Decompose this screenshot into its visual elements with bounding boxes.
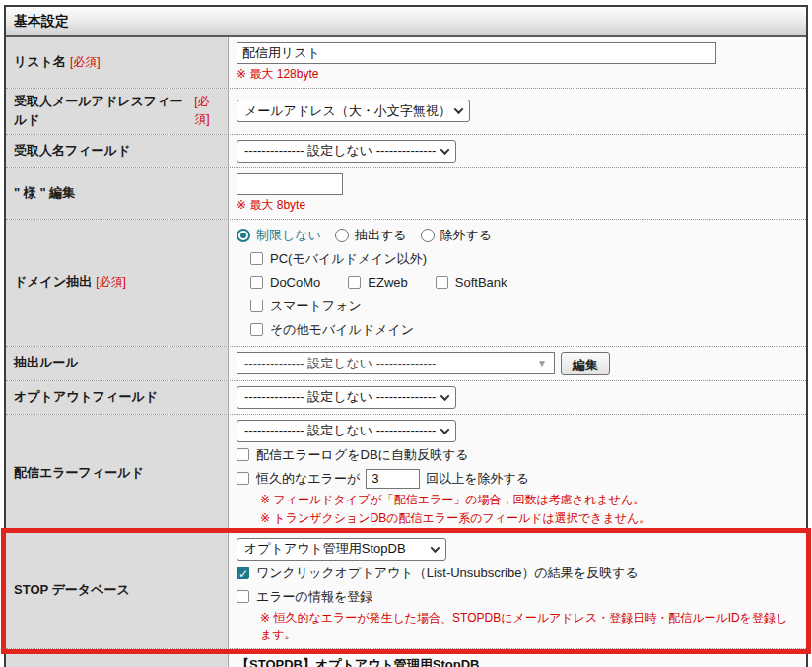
checkbox-label: EZweb bbox=[368, 272, 407, 294]
stop-database-note: ※ 恒久的なエラーが発生した場合、STOPDBにメールアドレス・登録日時・配信ル… bbox=[260, 610, 798, 643]
radio-button-icon[interactable] bbox=[335, 229, 349, 242]
checkbox-ezweb[interactable]: EZweb bbox=[348, 272, 435, 294]
radio-label: 除外する bbox=[440, 225, 493, 246]
selected-value: オプトアウト管理用StopDB bbox=[244, 540, 406, 558]
radio-label: 制限しない bbox=[256, 225, 321, 246]
stop-database-select[interactable]: オプトアウト管理用StopDB bbox=[237, 538, 446, 561]
checkbox-icon[interactable] bbox=[250, 276, 263, 289]
checkbox-other-mobile[interactable]: その他モバイルドメイン bbox=[250, 319, 798, 341]
sama-edit-input[interactable] bbox=[237, 173, 343, 195]
checkbox-label: エラーの情報を登録 bbox=[256, 586, 372, 608]
sama-edit-label: " 様 " 編集 bbox=[6, 168, 229, 219]
radio-button-icon[interactable] bbox=[421, 229, 435, 242]
checkbox-icon[interactable] bbox=[237, 448, 249, 461]
row-sama-edit: " 様 " 編集 ※ 最大 8byte bbox=[6, 168, 806, 220]
delivery-error-label: 配信エラーフィールド bbox=[6, 415, 229, 532]
error-count-input[interactable] bbox=[366, 469, 420, 489]
checkbox-label: ワンクリックオプトアウト（List-Unsubscribe）の結果を反映する bbox=[256, 563, 639, 584]
required-badge: [必須] bbox=[70, 54, 101, 71]
label-text: 受取人名フィールド bbox=[14, 142, 130, 161]
checkbox-smartphone[interactable]: スマートフォン bbox=[250, 296, 798, 317]
label-text: STOP データベース bbox=[14, 581, 130, 600]
row-list-name: リスト名 [必須] ※ 最大 128byte bbox=[6, 37, 806, 89]
delivery-error-select[interactable]: -------------- 設定しない -------------- bbox=[237, 420, 456, 442]
domain-extract-label: ドメイン抽出 [必須] bbox=[6, 220, 229, 346]
row-one-click-optout: ワンクリックオプトアウト反映先 (List-Unsubscribe) 【STOP… bbox=[6, 649, 806, 667]
row-recipient-email: 受取人メールアドレスフィールド [必須] メールアドレス（大・小文字無視） bbox=[6, 89, 806, 135]
checkbox-softbank[interactable]: SoftBank bbox=[436, 272, 508, 294]
list-name-label: リスト名 [必須] bbox=[6, 37, 229, 88]
row-recipient-name: 受取人名フィールド -------------- 設定しない ---------… bbox=[6, 135, 806, 168]
label-text: 抽出ルール bbox=[14, 354, 79, 372]
checkbox-permanent-error[interactable]: 恒久的なエラーが 回以上を除外する bbox=[237, 468, 798, 490]
checkbox-auto-reflect[interactable]: 配信エラーログをDBに自動反映する bbox=[237, 444, 798, 466]
radio-button-icon[interactable] bbox=[237, 229, 250, 242]
checkbox-label: 回以上を除外する bbox=[426, 468, 529, 490]
row-optout-field: オプトアウトフィールド -------------- 設定しない -------… bbox=[6, 381, 806, 415]
optout-field-select[interactable]: -------------- 設定しない -------------- bbox=[237, 386, 456, 409]
delivery-error-note-1: ※ フィールドタイプが「配信エラー」の場合，回数は考慮されません。 bbox=[260, 492, 798, 508]
checkbox-register-error[interactable]: エラーの情報を登録 bbox=[237, 586, 798, 608]
checkbox-label: その他モバイルドメイン bbox=[270, 319, 414, 341]
radio-exclude[interactable]: 除外する bbox=[421, 225, 493, 246]
checkbox-label: スマートフォン bbox=[270, 296, 362, 317]
label-text: 配信エラーフィールド bbox=[14, 464, 144, 483]
required-badge: [必須] bbox=[96, 274, 126, 291]
checkbox-label: 恒久的なエラーが bbox=[256, 468, 360, 490]
checkbox-label: PC(モバイルドメイン以外) bbox=[270, 248, 427, 270]
required-badge: [必須] bbox=[194, 94, 222, 128]
delivery-error-note-2: ※ トランザクションDBの配信エラー系のフィールドは選択できません。 bbox=[260, 510, 798, 527]
radio-extract[interactable]: 抽出する bbox=[335, 225, 407, 246]
checkbox-icon[interactable] bbox=[436, 276, 448, 289]
recipient-email-select[interactable]: メールアドレス（大・小文字無視） bbox=[237, 100, 470, 122]
checkbox-oneclick-reflect[interactable]: ワンクリックオプトアウト（List-Unsubscribe）の結果を反映する bbox=[237, 563, 798, 584]
stopdb-target-title: 【STOPDB】オプトアウト管理用StopDB bbox=[237, 654, 798, 667]
selected-value: -------------- 設定しない -------------- bbox=[244, 353, 436, 374]
radio-no-limit[interactable]: 制限しない bbox=[237, 225, 321, 246]
row-stop-database: STOP データベース オプトアウト管理用StopDB ワンクリックオプトアウト… bbox=[6, 533, 806, 649]
checkbox-icon[interactable] bbox=[237, 472, 249, 485]
dropdown-triangle-icon: ▼ bbox=[537, 353, 547, 374]
selected-value: -------------- 設定しない -------------- bbox=[244, 142, 436, 160]
label-text: " 様 " 編集 bbox=[14, 184, 75, 203]
sama-edit-note: ※ 最大 8byte bbox=[237, 197, 798, 214]
list-name-input[interactable] bbox=[237, 42, 716, 64]
chevron-down-icon bbox=[454, 104, 464, 114]
radio-label: 抽出する bbox=[355, 225, 407, 246]
chevron-down-icon bbox=[440, 391, 450, 401]
recipient-email-label: 受取人メールアドレスフィールド [必須] bbox=[6, 89, 229, 134]
list-name-note: ※ 最大 128byte bbox=[237, 66, 798, 83]
panel-title: 基本設定 bbox=[6, 7, 806, 37]
checkbox-docomo[interactable]: DoCoMo bbox=[250, 272, 348, 294]
one-click-optout-label: ワンクリックオプトアウト反映先 (List-Unsubscribe) bbox=[6, 649, 229, 667]
chevron-down-icon bbox=[431, 543, 440, 553]
label-text: リスト名 bbox=[14, 53, 66, 72]
basic-settings-panel: 基本設定 リスト名 [必須] ※ 最大 128byte 受取人メールアドレスフィ… bbox=[4, 5, 808, 667]
selected-value: -------------- 設定しない -------------- bbox=[244, 388, 436, 406]
label-text: 受取人メールアドレスフィールド bbox=[14, 93, 190, 130]
row-domain-extract: ドメイン抽出 [必須] 制限しない 抽出する 除外する P bbox=[6, 220, 806, 347]
checkbox-icon[interactable] bbox=[237, 590, 249, 603]
chevron-down-icon bbox=[440, 145, 450, 155]
checkbox-icon[interactable] bbox=[250, 252, 263, 265]
checkbox-icon[interactable] bbox=[250, 323, 263, 336]
recipient-name-select[interactable]: -------------- 設定しない -------------- bbox=[237, 140, 456, 163]
extract-rule-label: 抽出ルール bbox=[6, 347, 229, 380]
selected-value: メールアドレス（大・小文字無視） bbox=[244, 102, 451, 120]
checkbox-pc[interactable]: PC(モバイルドメイン以外) bbox=[250, 248, 798, 270]
checkbox-checked-icon[interactable] bbox=[237, 567, 249, 579]
extract-rule-select[interactable]: -------------- 設定しない -------------- ▼ bbox=[237, 352, 555, 374]
label-text: ドメイン抽出 bbox=[14, 273, 92, 292]
chevron-down-icon bbox=[440, 425, 450, 434]
row-extract-rule: 抽出ルール -------------- 設定しない -------------… bbox=[6, 347, 806, 381]
checkbox-icon[interactable] bbox=[250, 300, 263, 312]
checkbox-label: DoCoMo bbox=[270, 272, 320, 294]
recipient-name-label: 受取人名フィールド bbox=[6, 135, 229, 167]
optout-field-label: オプトアウトフィールド bbox=[6, 381, 229, 414]
row-delivery-error: 配信エラーフィールド -------------- 設定しない --------… bbox=[6, 415, 806, 533]
checkbox-label: SoftBank bbox=[455, 272, 508, 294]
selected-value: -------------- 設定しない -------------- bbox=[244, 422, 436, 439]
label-text: オプトアウトフィールド bbox=[14, 388, 158, 407]
edit-button[interactable]: 編集 bbox=[561, 352, 610, 375]
checkbox-icon[interactable] bbox=[348, 276, 361, 289]
